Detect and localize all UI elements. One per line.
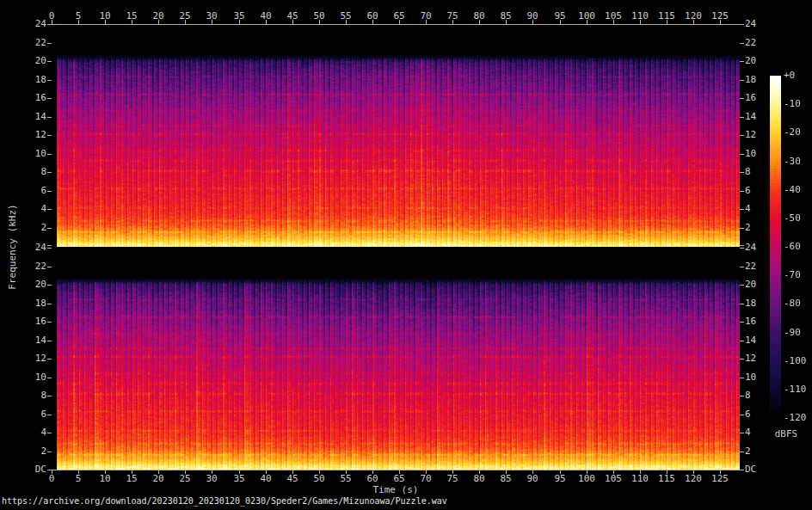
time-tick-label: 120 (680, 11, 706, 22)
colorbar-tick-label: -70 (784, 270, 812, 280)
time-tick-label: 40 (253, 474, 279, 484)
time-tick-label: 50 (306, 474, 332, 484)
time-tick-label: 20 (145, 11, 171, 22)
colorbar-title: dBFS (768, 428, 804, 439)
time-tick-label: 35 (226, 474, 252, 484)
time-tick-label: 5 (65, 11, 91, 22)
time-tick-label: 75 (440, 474, 465, 484)
freq-tick-label: 14 (15, 112, 46, 122)
time-tick-label: 5 (65, 474, 91, 484)
freq-tick (740, 117, 744, 118)
time-tick-label: 55 (333, 474, 359, 484)
freq-tick (47, 341, 52, 341)
freq-tick-label: 6 (15, 186, 46, 196)
time-tick-label: 40 (253, 11, 279, 22)
freq-tick-label: 24 (745, 19, 776, 29)
time-tick-label: 20 (145, 474, 171, 484)
colorbar-tick-label: -20 (784, 127, 812, 138)
freq-tick (740, 322, 744, 323)
freq-tick (740, 267, 744, 267)
colorbar-tick-label: -10 (784, 99, 812, 109)
freq-tick (47, 61, 52, 62)
freq-tick-label: 18 (15, 75, 46, 85)
time-tick-label: 115 (654, 474, 680, 484)
freq-tick (740, 470, 744, 470)
time-tick-label: 15 (119, 11, 145, 22)
freq-tick (47, 470, 52, 470)
freq-tick (47, 359, 52, 359)
freq-tick-label: DC (745, 464, 776, 475)
colorbar-tick-label: -60 (784, 242, 812, 252)
freq-tick (740, 341, 744, 341)
freq-tick (740, 285, 744, 286)
freq-tick-label: 16 (15, 93, 46, 103)
freq-tick (47, 135, 52, 136)
bottom-axis-line (52, 470, 740, 470)
time-tick-label: 120 (680, 474, 706, 484)
spectrogram-figure: Frequency (kHz) 051015202530354045505560… (0, 0, 812, 510)
time-tick-label: 0 (39, 474, 65, 484)
freq-tick (47, 172, 52, 173)
freq-tick-label: 6 (15, 409, 46, 420)
freq-tick (47, 322, 52, 323)
time-tick-label: 110 (627, 11, 653, 22)
time-tick-label: 60 (360, 11, 385, 22)
freq-tick (47, 285, 52, 286)
freq-tick-label: 2 (745, 446, 776, 457)
time-tick-label: 60 (360, 474, 385, 484)
freq-tick (47, 378, 52, 378)
freq-tick-label: 24 (15, 19, 46, 29)
freq-tick (740, 359, 744, 359)
freq-tick (47, 191, 52, 192)
spectrogram-channel-1 (52, 25, 740, 247)
colorbar-tick-label: -40 (784, 185, 812, 195)
freq-tick (740, 452, 744, 452)
freq-tick (47, 154, 52, 155)
colorbar-tick-label: -100 (784, 356, 812, 366)
freq-tick-label: 22 (745, 38, 776, 48)
freq-tick (740, 415, 744, 415)
freq-tick (47, 452, 52, 452)
freq-tick-label: 20 (745, 56, 776, 66)
freq-tick-label: 4 (15, 427, 46, 438)
time-tick-label: 115 (654, 11, 680, 22)
freq-tick (47, 245, 52, 246)
time-tick-label: 125 (707, 474, 733, 484)
time-tick-label: 25 (172, 11, 198, 22)
time-tick-label: 85 (493, 474, 519, 484)
time-tick-label: 90 (520, 11, 545, 22)
time-tick-label: 45 (280, 11, 305, 22)
freq-tick (740, 228, 744, 229)
colorbar-tick-label: -80 (784, 298, 812, 309)
freq-tick (740, 98, 744, 99)
freq-tick-label: 24 (15, 243, 46, 253)
freq-tick-label: DC (15, 464, 46, 475)
freq-tick (740, 248, 744, 249)
freq-tick-label: 8 (15, 167, 46, 177)
freq-tick-label: 22 (15, 261, 46, 272)
freq-tick-label: 18 (15, 298, 46, 309)
freq-tick (740, 61, 744, 62)
colorbar-tick-label: +0 (784, 71, 812, 81)
freq-tick (47, 267, 52, 267)
colorbar-tick-label: -90 (784, 328, 812, 338)
freq-tick (47, 43, 52, 44)
freq-tick-label: 22 (15, 38, 46, 48)
freq-tick-label: 8 (15, 390, 46, 401)
time-tick-label: 105 (600, 11, 626, 22)
freq-tick (740, 154, 744, 155)
colorbar-tick-label: -120 (784, 413, 812, 423)
colorbar-tick-label: -50 (784, 213, 812, 224)
time-tick-label: 125 (707, 11, 733, 22)
freq-tick-label: 16 (15, 316, 46, 327)
freq-tick (47, 98, 52, 99)
freq-tick (740, 433, 744, 433)
source-url: https://archive.org/download/20230120_20… (2, 496, 447, 506)
colorbar-tick-label: -30 (784, 157, 812, 167)
time-tick-label: 85 (493, 11, 519, 22)
freq-tick (47, 228, 52, 229)
time-tick-label: 80 (466, 11, 492, 22)
time-tick-label: 25 (172, 474, 198, 484)
time-tick-label: 30 (199, 11, 225, 22)
freq-tick (47, 24, 52, 25)
